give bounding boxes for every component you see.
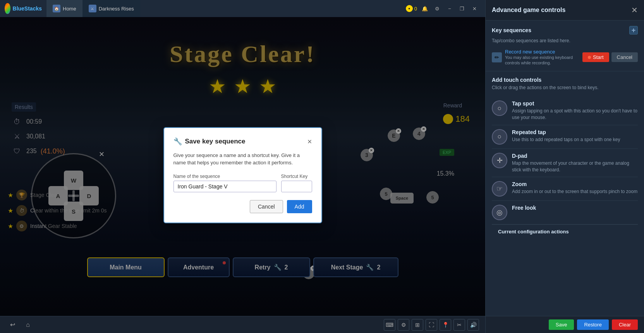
touch-controls-title: Add touch controls xyxy=(492,77,638,83)
tap-spot-icon: ○ xyxy=(492,100,507,116)
zoom-icon: ☞ xyxy=(492,181,507,197)
logo-icon xyxy=(5,3,10,14)
modal-buttons: Cancel Add xyxy=(173,200,312,213)
share-tool[interactable]: ✂ xyxy=(453,319,465,331)
panel-bottom-actions: Save Restore Clear xyxy=(485,316,644,333)
zoom-desc: Add zoom in or out to the screen that su… xyxy=(512,188,638,195)
record-dot xyxy=(588,56,591,59)
tap-spot-info: Tap spot Assign tapping on a spot with t… xyxy=(512,100,638,121)
modal-title-row: 🔧 Save key sequence × xyxy=(173,137,312,146)
tab-home[interactable]: 🏠 Home xyxy=(46,0,82,17)
modal-overlay: 🔧 Save key sequence × Give your sequence… xyxy=(0,17,485,316)
shortcut-key-field: Shortcut Key xyxy=(281,174,312,192)
game-tab-icon: ⚔ xyxy=(89,5,96,12)
repeated-tap-icon: ○ xyxy=(492,129,507,145)
modal-title-icon: 🔧 xyxy=(173,137,182,146)
free-look-info: Free look xyxy=(512,205,638,212)
dpad-info: D-pad Map the movement of your character… xyxy=(512,153,638,173)
current-config-title: Current configuration actions xyxy=(498,229,632,235)
keyboard-tool[interactable]: ⌨ xyxy=(384,319,395,331)
repeated-tap-desc: Use this to add repeated taps on a spot … xyxy=(512,136,638,143)
tap-spot-name: Tap spot xyxy=(512,100,638,107)
settings-icon[interactable]: ⚙ xyxy=(433,4,442,13)
add-sequence-button[interactable]: + xyxy=(629,26,638,35)
right-panel: Advanced game controls ✕ Key sequences +… xyxy=(485,0,644,333)
shortcut-key-label: Shortcut Key xyxy=(281,174,312,179)
tab-game[interactable]: ⚔ Darkness Rises xyxy=(82,0,140,17)
key-sequences-title: Key sequences + xyxy=(492,26,638,35)
modal-cancel-button[interactable]: Cancel xyxy=(250,200,283,213)
zoom-item[interactable]: ☞ Zoom Add zoom in or out to the screen … xyxy=(492,177,638,201)
app-name: BlueStacks xyxy=(13,5,42,12)
tab-game-label: Darkness Rises xyxy=(99,6,134,12)
repeated-tap-name: Repeated tap xyxy=(512,129,638,135)
bottom-tools: ⌨ ⚙ ⊞ ⛶ 📍 ✂ 🔊 xyxy=(384,319,479,331)
dpad-item[interactable]: ✛ D-pad Map the movement of your charact… xyxy=(492,149,638,178)
record-new-sequence-link[interactable]: Record new sequence xyxy=(505,49,579,55)
restore-button[interactable]: ❐ xyxy=(457,4,467,13)
back-button[interactable]: ↩ xyxy=(6,319,19,331)
cancel-record-button[interactable]: Cancel xyxy=(611,52,638,62)
record-buttons: Start Cancel xyxy=(582,52,638,62)
clear-button[interactable]: Clear xyxy=(612,319,638,330)
modal-fields: Name of the sequence Shortcut Key xyxy=(173,174,312,192)
bottom-nav: ↩ ⌂ xyxy=(6,319,34,331)
coin-icon: ● xyxy=(406,5,413,12)
zoom-info: Zoom Add zoom in or out to the screen th… xyxy=(512,181,638,195)
modal-add-button[interactable]: Add xyxy=(287,200,312,213)
key-sequences-desc: Tap/combo sequences are listed here. xyxy=(492,38,638,44)
pencil-icon: ✏ xyxy=(492,52,502,62)
panel-title: Advanced game controls xyxy=(492,7,565,14)
tap-spot-item[interactable]: ○ Tap spot Assign tapping on a spot with… xyxy=(492,97,638,125)
touch-controls-section: Add touch controls Click or drag the act… xyxy=(486,71,644,247)
home-button[interactable]: ⌂ xyxy=(22,319,34,331)
sequence-name-field: Name of the sequence xyxy=(173,174,276,192)
tap-spot-desc: Assign tapping on a spot with this actio… xyxy=(512,108,638,121)
coin-display: ● 0 xyxy=(406,5,417,12)
game-area: Stage Clear! ★ ★ ★ Results ⏱ 00:59 ⚔ 30,… xyxy=(0,17,485,316)
current-config-section: Current configuration actions xyxy=(492,224,638,242)
bottom-bar: ↩ ⌂ ⌨ ⚙ ⊞ ⛶ 📍 ✂ 🔊 xyxy=(0,316,485,333)
repeated-tap-item[interactable]: ○ Repeated tap Use this to add repeated … xyxy=(492,125,638,149)
modal-close-button[interactable]: × xyxy=(307,137,312,146)
save-button[interactable]: Save xyxy=(549,319,574,330)
repeated-tap-info: Repeated tap Use this to add repeated ta… xyxy=(512,129,638,143)
zoom-name: Zoom xyxy=(512,181,638,187)
sequence-name-input[interactable] xyxy=(173,181,276,192)
restore-button[interactable]: Restore xyxy=(577,319,609,330)
key-sequences-section: Key sequences + Tap/combo sequences are … xyxy=(486,21,644,71)
panel-close-button[interactable]: ✕ xyxy=(631,5,638,15)
record-row: ✏ Record new sequence You may also use e… xyxy=(492,49,638,66)
tab-home-label: Home xyxy=(63,6,76,12)
free-look-name: Free look xyxy=(512,205,638,211)
free-look-icon: ◎ xyxy=(492,205,507,220)
app-logo: BlueStacks xyxy=(0,3,46,14)
touch-controls-desc: Click or drag the actions on the screen … xyxy=(492,85,638,91)
minimize-button[interactable]: − xyxy=(445,4,454,13)
modal-description: Give your sequence a name and a shortcut… xyxy=(173,152,312,167)
volume-tool[interactable]: 🔊 xyxy=(467,319,479,331)
titlebar-actions: ● 0 🔔 ⚙ − ❐ ✕ xyxy=(406,4,485,13)
panel-header: Advanced game controls ✕ xyxy=(486,0,644,21)
coin-value: 0 xyxy=(414,6,417,12)
home-tab-icon: 🏠 xyxy=(53,5,60,12)
dpad-ctrl-icon: ✛ xyxy=(492,153,507,168)
notification-icon[interactable]: 🔔 xyxy=(420,4,429,13)
fullscreen-tool[interactable]: ⛶ xyxy=(426,319,437,331)
settings-tool[interactable]: ⚙ xyxy=(398,319,409,331)
titlebar: BlueStacks 🏠 Home ⚔ Darkness Rises ● 0 🔔… xyxy=(0,0,485,17)
sequence-name-label: Name of the sequence xyxy=(173,174,276,179)
shortcut-key-input[interactable] xyxy=(281,181,312,192)
location-tool[interactable]: 📍 xyxy=(440,319,451,331)
record-info: Record new sequence You may also use exi… xyxy=(505,49,579,66)
modal-title: 🔧 Save key sequence xyxy=(173,137,246,146)
save-sequence-modal: 🔧 Save key sequence × Give your sequence… xyxy=(163,127,322,223)
dpad-ctrl-desc: Map the movement of your character or th… xyxy=(512,160,638,173)
record-note: You may also use existing keyboard contr… xyxy=(505,55,579,66)
dpad-ctrl-name: D-pad xyxy=(512,153,638,159)
close-button[interactable]: ✕ xyxy=(470,4,479,13)
display-tool[interactable]: ⊞ xyxy=(412,319,423,331)
start-button[interactable]: Start xyxy=(582,52,609,62)
free-look-item[interactable]: ◎ Free look xyxy=(492,201,638,224)
